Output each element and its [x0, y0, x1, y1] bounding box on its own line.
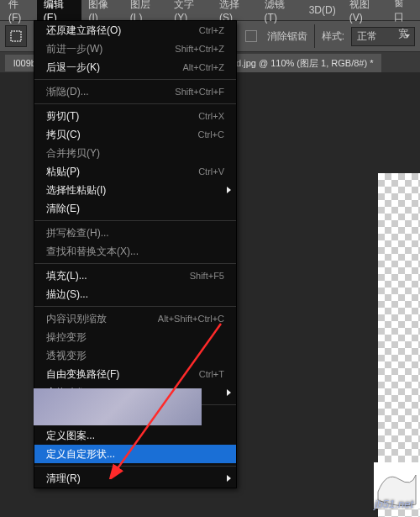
- menu-item-paste-special[interactable]: 选择性粘贴(I): [34, 181, 236, 199]
- menu-item-fade: 渐隐(D)...Shift+Ctrl+F: [34, 82, 236, 101]
- menu-3d[interactable]: 3D(D): [302, 1, 343, 19]
- separator: [314, 24, 315, 48]
- menu-item-step-forward: 前进一步(W)Shift+Ctrl+Z: [34, 40, 236, 58]
- menu-item-perspective-warp: 透视变形: [34, 346, 236, 365]
- menu-item-spellcheck: 拼写检查(H)...: [34, 224, 236, 242]
- menu-item-clear[interactable]: 清除(E): [34, 199, 236, 218]
- menu-item-fill[interactable]: 填充(L)...Shift+F5: [34, 266, 236, 285]
- menu-view[interactable]: 视图(V): [343, 0, 388, 27]
- menu-item-define-custom-shape[interactable]: 定义自定形状...: [34, 445, 236, 463]
- marquee-tool-icon[interactable]: [5, 25, 27, 47]
- menu-bar: 件(F) 编辑(E) 图像(I) 图层(L) 文字(Y) 选择(S) 滤镜(T)…: [0, 0, 420, 21]
- menu-item-copy-merged: 合并拷贝(Y): [34, 144, 236, 162]
- menu-item-copy[interactable]: 拷贝(C)Ctrl+C: [34, 125, 236, 144]
- width-label: 宽: [398, 27, 408, 41]
- menu-item-undo[interactable]: 还原建立路径(O)Ctrl+Z: [34, 21, 236, 40]
- redacted-region: [34, 388, 202, 425]
- menu-item-step-backward[interactable]: 后退一步(K)Alt+Ctrl+Z: [34, 58, 236, 76]
- menu-filter[interactable]: 滤镜(T): [258, 0, 302, 27]
- menu-item-puppet-warp: 操控变形: [34, 328, 236, 346]
- menu-item-paste[interactable]: 粘贴(P)Ctrl+V: [34, 162, 236, 181]
- anti-alias-checkbox[interactable]: [245, 30, 257, 42]
- style-label: 样式:: [322, 29, 344, 44]
- menu-item-find-replace: 查找和替换文本(X)...: [34, 242, 236, 261]
- document-tab[interactable]: d.jpg @ 110% (图层 1, RGB/8#) *: [228, 54, 381, 73]
- menu-item-purge[interactable]: 清理(R): [34, 469, 236, 488]
- watermark: jb51.net: [375, 498, 413, 510]
- menu-item-free-transform[interactable]: 自由变换路径(F)Ctrl+T: [34, 365, 236, 383]
- menu-item-define-pattern[interactable]: 定义图案...: [34, 426, 236, 445]
- menu-item-cut[interactable]: 剪切(T)Ctrl+X: [34, 107, 236, 125]
- menu-file[interactable]: 件(F): [2, 0, 37, 27]
- svg-rect-0: [11, 31, 21, 41]
- menu-item-content-aware-scale: 内容识别缩放Alt+Shift+Ctrl+C: [34, 309, 236, 328]
- menu-window[interactable]: 窗口: [387, 0, 420, 28]
- anti-alias-label: 消除锯齿: [267, 29, 307, 44]
- menu-item-stroke[interactable]: 描边(S)...: [34, 285, 236, 303]
